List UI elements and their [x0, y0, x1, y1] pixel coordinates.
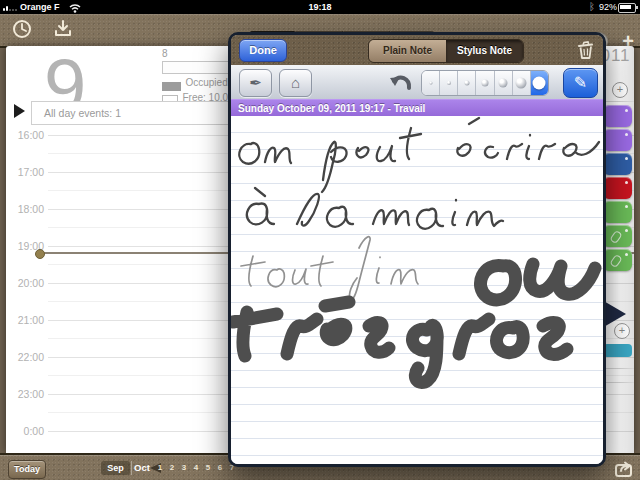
add-category-button[interactable]: +: [614, 323, 630, 339]
share-icon[interactable]: [614, 459, 636, 479]
category-tab[interactable]: [603, 201, 632, 223]
pen-size-segmented-control: [421, 70, 549, 96]
time-label: 22:00: [8, 351, 44, 363]
undo-icon[interactable]: [389, 72, 413, 92]
pen-size-7-selected[interactable]: [531, 71, 548, 95]
done-button[interactable]: Done: [239, 39, 287, 62]
date-button[interactable]: 1: [155, 463, 165, 472]
time-label: 16:00: [8, 129, 44, 141]
rail-divider: [602, 368, 634, 369]
rail-divider: [602, 382, 634, 383]
note-title: Sunday October 09, 2011 19:17 - Travail: [231, 100, 603, 117]
category-tab-with-attachment[interactable]: [603, 249, 632, 271]
handwriting-svg: [231, 116, 603, 464]
tab-plain-note[interactable]: Plain Note: [369, 40, 446, 62]
occupied-swatch: [162, 82, 181, 91]
pen-dot: [481, 80, 488, 87]
occupied-label: Occupied:: [185, 77, 230, 88]
note-type-segmented-control: Plain Note Stylus Note: [368, 39, 524, 63]
pen-dot: [516, 78, 527, 89]
category-tab[interactable]: [603, 153, 632, 175]
pen-size-4[interactable]: [476, 71, 494, 95]
category-tab[interactable]: [603, 177, 632, 199]
note-paper[interactable]: [231, 116, 603, 464]
battery-percent-label: 92%: [599, 2, 617, 12]
category-tab[interactable]: [603, 129, 632, 151]
add-category-button[interactable]: +: [612, 82, 628, 98]
month-tab-oct[interactable]: Oct: [134, 462, 150, 473]
battery-icon: [618, 3, 636, 13]
gauge-value-label: 8: [162, 48, 168, 59]
time-label: 18:00: [8, 203, 44, 215]
date-button[interactable]: 5: [203, 463, 213, 472]
category-tab-with-attachment[interactable]: [603, 225, 632, 247]
time-label: 0:00: [8, 425, 44, 437]
download-icon[interactable]: [53, 19, 73, 39]
all-day-events-field[interactable]: All day events: 1: [31, 101, 243, 125]
occupancy-gauge-bar: [162, 61, 232, 74]
trash-icon[interactable]: [575, 40, 596, 61]
pen-dot: [429, 82, 432, 85]
pen-size-1[interactable]: [422, 71, 440, 95]
month-divider: [131, 461, 132, 475]
category-tab-extra[interactable]: [603, 344, 632, 357]
month-tab-sep[interactable]: Sep: [101, 461, 130, 475]
date-button[interactable]: 2: [167, 463, 177, 472]
pen-dot: [533, 77, 546, 90]
current-time-dot: [35, 249, 45, 259]
date-button[interactable]: 4: [191, 463, 201, 472]
note-modal-header: Done Plain Note Stylus Note: [231, 35, 603, 66]
time-label: 23:00: [8, 388, 44, 400]
home-tool-button[interactable]: ⌂: [279, 69, 312, 97]
note-title-bar: Sunday October 09, 2011 19:17 - Travail: [231, 99, 603, 117]
time-label: 21:00: [8, 314, 44, 326]
pen-size-6[interactable]: [513, 71, 531, 95]
pen-size-5[interactable]: [495, 71, 513, 95]
date-button[interactable]: 6: [215, 463, 225, 472]
note-editor-modal: Done Plain Note Stylus Note ✒ ⌂: [228, 32, 606, 467]
time-label: 20:00: [8, 277, 44, 289]
status-bar: Orange F 19:18 ᛒ 92%: [0, 0, 640, 14]
pen-dot: [464, 81, 469, 86]
pen-dot: [447, 81, 451, 85]
clock-label: 19:18: [0, 2, 640, 12]
rail-divider: [602, 101, 634, 102]
today-button[interactable]: Today: [8, 460, 46, 479]
pencil-tool-button[interactable]: ✎: [563, 68, 598, 98]
pen-size-3[interactable]: [458, 71, 476, 95]
stamp-tool-button[interactable]: ✒: [239, 69, 272, 97]
date-button[interactable]: 3: [179, 463, 189, 472]
time-label: 17:00: [8, 166, 44, 178]
pen-dot: [499, 79, 508, 88]
sync-clock-icon[interactable]: [11, 18, 33, 40]
pen-size-2[interactable]: [440, 71, 458, 95]
screen: Orange F 19:18 ᛒ 92% Day Week Month List: [0, 0, 640, 480]
stylus-toolbar: ✒ ⌂ ✎: [231, 65, 603, 100]
tab-stylus-note[interactable]: Stylus Note: [446, 40, 523, 62]
all-day-disclosure-arrow[interactable]: [14, 104, 25, 118]
category-tab[interactable]: [603, 105, 632, 127]
bluetooth-icon: ᛒ: [589, 1, 595, 12]
